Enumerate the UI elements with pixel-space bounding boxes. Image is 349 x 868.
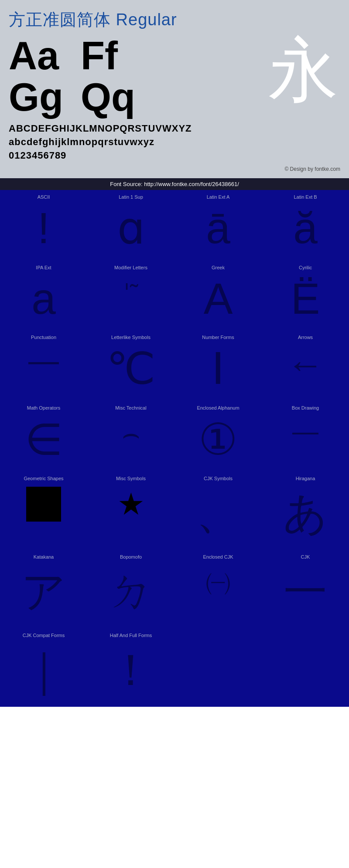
cell-geometric-shapes-symbol	[26, 487, 61, 522]
cell-enclosed-alphanum: Enclosed Alphanum ①	[174, 401, 262, 471]
cell-cjk-compat-forms-symbol: ｜	[22, 641, 65, 700]
cell-arrows-label: Arrows	[298, 335, 313, 340]
cell-punctuation-symbol	[28, 362, 59, 364]
cell-cjk-symbols-symbol: 、	[196, 485, 240, 543]
cell-geometric-shapes: Geometric Shapes	[0, 471, 87, 550]
cell-modifier-letters-label: Modifier Letters	[114, 265, 147, 270]
cell-ipa-ext-label: IPA Ext	[36, 265, 51, 270]
cell-half-full-forms-symbol: ！	[109, 641, 153, 700]
chinese-char-area: 永	[135, 35, 340, 105]
cell-box-drawing-symbol	[292, 433, 318, 434]
cell-half-full-forms-label: Half And Full Forms	[110, 633, 152, 638]
cell-latin1sup-symbol: ɑ	[117, 203, 145, 254]
cell-cyrilic: Cyrilic Ё	[262, 261, 349, 330]
cell-arrows: Arrows ←	[262, 330, 349, 401]
cell-misc-technical-label: Misc Technical	[115, 405, 146, 410]
cell-half-full-forms: Half And Full Forms ！	[87, 628, 174, 707]
cell-letterlike: Letterlike Symbols ℃	[87, 330, 174, 401]
alphabet-section: ABCDEFGHIJKLMNOPQRSTUVWXYZ abcdefghijklm…	[9, 122, 340, 164]
cell-latin-ext-b-label: Latin Ext B	[294, 194, 317, 200]
cell-bopomofo-label: Bopomofo	[120, 554, 142, 559]
cell-number-forms: Number Forms Ⅰ	[174, 330, 262, 401]
letter-Q: Qq	[81, 77, 135, 118]
letter-G: Gg	[9, 77, 63, 118]
cell-enclosed-cjk-label: Enclosed CJK	[203, 554, 233, 559]
cell-cjk-symbol: 一	[284, 563, 327, 622]
cell-punctuation: Punctuation	[0, 330, 87, 401]
cell-katakana-symbol: ア	[21, 563, 66, 622]
cell-hiragana-label: Hiragana	[296, 476, 315, 481]
top-section: 方正准圆简体 Regular Aa Ff Gg Qq 永 ABCDEFGHIJK…	[0, 0, 349, 178]
cell-enclosed-cjk-symbol: ㈠	[205, 564, 231, 601]
alphabet-lower: abcdefghijklmnopqrstuvwxyz	[9, 136, 340, 149]
cell-letterlike-symbol: ℃	[106, 343, 155, 394]
cell-latin1sup-label: Latin 1 Sup	[119, 194, 143, 200]
cell-modifier-letters-symbol: ˈ˜	[123, 275, 138, 312]
font-title: 方正准圆简体 Regular	[9, 9, 340, 31]
cell-cyrilic-label: Cyrilic	[299, 265, 312, 270]
cell-misc-symbols: Misc Symbols ★	[87, 471, 174, 550]
cell-enclosed-alphanum-label: Enclosed Alphanum	[197, 405, 239, 410]
cell-box-drawing-label: Box Drawing	[292, 405, 319, 410]
cell-cjk-symbols-label: CJK Symbols	[204, 476, 233, 481]
digits: 0123456789	[9, 149, 340, 163]
cell-number-forms-label: Number Forms	[202, 335, 234, 340]
alphabet-upper: ABCDEFGHIJKLMNOPQRSTUVWXYZ	[9, 122, 340, 136]
letter-F: Ff	[81, 35, 118, 77]
cell-geometric-shapes-label: Geometric Shapes	[24, 476, 63, 481]
cell-math-operators-label: Math Operators	[27, 405, 60, 410]
cell-ascii: ASCII !	[0, 190, 87, 261]
copyright: © Design by fontke.com	[9, 164, 340, 174]
cell-misc-technical-symbol: ⌢	[122, 415, 140, 452]
large-letters-left: Aa Ff Gg Qq	[9, 35, 135, 118]
cell-cjk-symbols: CJK Symbols 、	[174, 471, 262, 550]
cell-misc-symbols-label: Misc Symbols	[116, 476, 146, 481]
cell-math-operators-symbol: ∈	[25, 414, 63, 465]
cell-latin1sup: Latin 1 Sup ɑ	[87, 190, 174, 261]
cell-latin-ext-a: Latin Ext A ā	[174, 190, 262, 261]
cell-cyrilic-symbol: Ё	[291, 274, 320, 324]
font-source-bar: Font Source: http://www.fontke.com/font/…	[0, 178, 349, 190]
cell-arrows-symbol: ←	[287, 343, 324, 386]
cell-letterlike-label: Letterlike Symbols	[111, 335, 151, 340]
letter-A: Aa	[9, 35, 59, 77]
cell-ipa-ext-symbol: a	[31, 274, 56, 324]
cell-latin-ext-a-symbol: ā	[206, 203, 230, 253]
specimen-area: Aa Ff Gg Qq 永	[9, 35, 340, 118]
cell-misc-technical: Misc Technical ⌢	[87, 401, 174, 471]
cell-greek: Greek Α	[174, 261, 262, 330]
cell-ipa-ext: IPA Ext a	[0, 261, 87, 330]
cell-bopomofo-symbol: ㄉ	[109, 563, 153, 622]
cell-greek-label: Greek	[212, 265, 225, 270]
cell-latin-ext-b: Latin Ext B ă	[262, 190, 349, 261]
cell-enclosed-alphanum-symbol: ①	[198, 414, 238, 465]
cell-latin-ext-a-label: Latin Ext A	[207, 194, 230, 200]
cell-ascii-symbol: !	[38, 203, 50, 253]
cell-latin-ext-b-symbol: ă	[293, 203, 318, 253]
cell-katakana-label: Katakana	[34, 554, 54, 559]
cell-hiragana: Hiragana あ	[262, 471, 349, 550]
cell-greek-symbol: Α	[204, 274, 233, 324]
cell-cjk: CJK 一	[262, 550, 349, 628]
cell-punctuation-label: Punctuation	[31, 335, 56, 340]
cell-number-forms-symbol: Ⅰ	[212, 343, 225, 394]
cell-modifier-letters: Modifier Letters ˈ˜	[87, 261, 174, 330]
cell-box-drawing: Box Drawing	[262, 401, 349, 471]
font-source-text: Font Source: http://www.fontke.com/font/…	[110, 181, 239, 187]
cell-cjk-compat-forms: CJK Compat Forms ｜	[0, 628, 87, 707]
cell-empty-2	[262, 628, 349, 707]
cell-cjk-label: CJK	[301, 554, 310, 559]
cell-empty-1	[174, 628, 262, 707]
cell-katakana: Katakana ア	[0, 550, 87, 628]
cell-hiragana-symbol: あ	[283, 485, 328, 543]
cell-ascii-label: ASCII	[38, 194, 50, 200]
cell-math-operators: Math Operators ∈	[0, 401, 87, 471]
main-grid: ASCII ! Latin 1 Sup ɑ Latin Ext A ā Lati…	[0, 190, 349, 707]
cell-misc-symbols-symbol: ★	[117, 486, 145, 523]
cell-enclosed-cjk: Enclosed CJK ㈠	[174, 550, 262, 628]
cell-cjk-compat-forms-label: CJK Compat Forms	[23, 633, 65, 638]
cell-bopomofo: Bopomofo ㄉ	[87, 550, 174, 628]
chinese-char: 永	[268, 35, 336, 105]
